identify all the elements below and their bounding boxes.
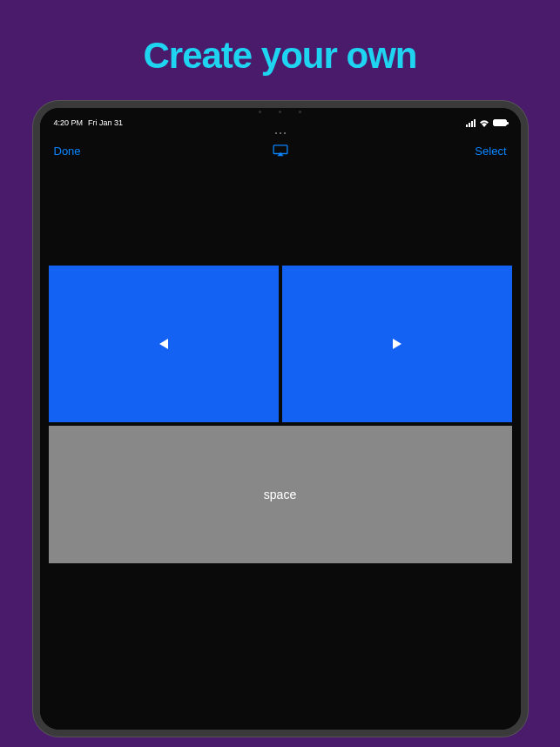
right-arrow-key[interactable] bbox=[282, 266, 512, 422]
status-date: Fri Jan 31 bbox=[88, 118, 123, 127]
space-key[interactable]: space bbox=[49, 426, 512, 563]
airplay-icon[interactable] bbox=[273, 145, 288, 157]
status-bar: 4:20 PM Fri Jan 31 bbox=[40, 115, 521, 131]
triangle-right-icon bbox=[393, 339, 401, 349]
tablet-device-frame: 4:20 PM Fri Jan 31 bbox=[33, 101, 528, 737]
device-notch bbox=[40, 108, 521, 115]
navigation-bar: Done Select bbox=[40, 136, 521, 165]
key-layout: space bbox=[49, 266, 512, 563]
wifi-icon bbox=[479, 119, 489, 127]
battery-icon bbox=[493, 119, 507, 126]
left-arrow-key[interactable] bbox=[49, 266, 279, 422]
signal-icon bbox=[466, 119, 476, 127]
tablet-screen: 4:20 PM Fri Jan 31 bbox=[40, 108, 521, 730]
done-button[interactable]: Done bbox=[54, 145, 81, 158]
select-button[interactable]: Select bbox=[475, 145, 506, 158]
promo-headline: Create your own bbox=[143, 35, 416, 77]
triangle-left-icon bbox=[159, 339, 168, 349]
editor-canvas[interactable]: space bbox=[40, 165, 521, 730]
status-time: 4:20 PM bbox=[54, 118, 84, 127]
space-key-label: space bbox=[264, 488, 296, 501]
